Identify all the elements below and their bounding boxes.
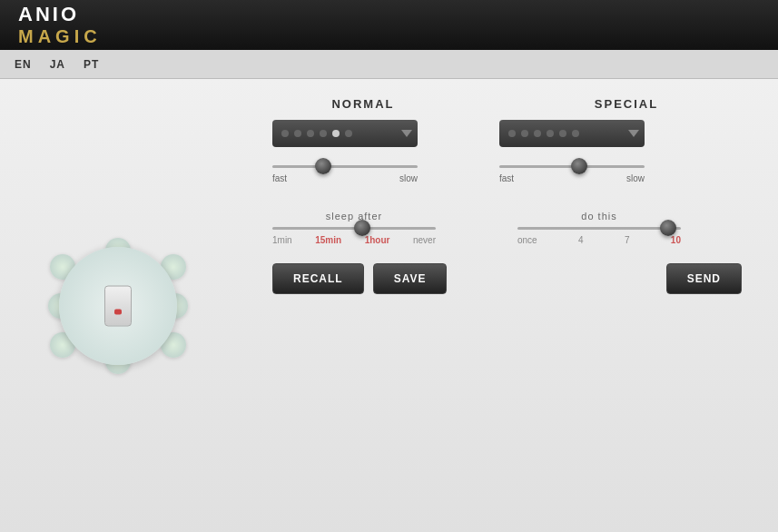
device-led bbox=[114, 309, 122, 314]
special-slider-thumb[interactable] bbox=[571, 158, 587, 174]
dot-1 bbox=[281, 130, 289, 137]
logo-line1: ANIO bbox=[18, 3, 79, 25]
s-dot-5 bbox=[559, 130, 566, 137]
special-slider-labels: fast slow bbox=[499, 173, 645, 183]
special-dropdown-dots bbox=[505, 130, 625, 137]
sleep-track bbox=[272, 227, 436, 230]
normal-section-title: NORMAL bbox=[272, 97, 454, 111]
header: ANIO MAGIC bbox=[0, 0, 778, 50]
s-dot-1 bbox=[508, 130, 516, 137]
lang-en-item[interactable]: EN bbox=[15, 58, 32, 71]
do-this-7: 7 bbox=[625, 235, 630, 245]
logo: ANIO MAGIC bbox=[18, 4, 102, 45]
normal-slow-label: slow bbox=[399, 173, 418, 183]
lang-ja-item[interactable]: JA bbox=[50, 58, 65, 71]
special-slider-track bbox=[499, 165, 645, 168]
buttons-left: RECALL SAVE bbox=[272, 263, 447, 294]
dot-5-active bbox=[332, 130, 340, 137]
controls-panel: NORMAL SPECIAL bbox=[236, 79, 778, 532]
special-slider-group: fast slow bbox=[499, 165, 645, 183]
sleep-1hour: 1hour bbox=[365, 235, 390, 245]
sleep-label: sleep after bbox=[326, 211, 382, 222]
device-image bbox=[59, 247, 177, 365]
recall-button[interactable]: RECALL bbox=[272, 263, 364, 294]
device-center bbox=[104, 285, 132, 326]
buttons-row: RECALL SAVE SEND bbox=[272, 263, 742, 294]
dot-4 bbox=[320, 130, 327, 137]
do-this-labels: once 4 7 10 bbox=[517, 235, 681, 245]
bottom-controls: sleep after 1min 15min 1hour never do th… bbox=[272, 211, 742, 245]
do-this-once: once bbox=[517, 235, 537, 245]
s-dot-6 bbox=[572, 130, 579, 137]
do-this-section: do this once 4 7 10 bbox=[517, 211, 681, 245]
sleep-1min: 1min bbox=[272, 235, 292, 245]
normal-slider-track bbox=[272, 165, 418, 168]
main-content: NORMAL SPECIAL bbox=[0, 79, 778, 532]
dot-2 bbox=[294, 130, 301, 137]
logo-line2: MAGIC bbox=[18, 26, 102, 46]
sleep-never: never bbox=[413, 235, 436, 245]
special-slow-label: slow bbox=[626, 173, 645, 183]
normal-slider-thumb[interactable] bbox=[315, 158, 331, 174]
send-button[interactable]: SEND bbox=[666, 263, 742, 294]
sleep-labels: 1min 15min 1hour never bbox=[272, 235, 436, 245]
device-panel bbox=[0, 79, 236, 532]
normal-slider-labels: fast slow bbox=[272, 173, 418, 183]
section-headers: NORMAL SPECIAL bbox=[272, 97, 742, 111]
normal-slider-group: fast slow bbox=[272, 165, 418, 183]
sliders-row: fast slow fast slow bbox=[272, 165, 742, 183]
s-dot-4 bbox=[547, 130, 554, 137]
sleep-15min: 15min bbox=[315, 235, 341, 245]
do-this-4: 4 bbox=[578, 235, 584, 245]
dot-3 bbox=[307, 130, 314, 137]
special-section-title: SPECIAL bbox=[536, 97, 717, 111]
dropdowns-row bbox=[272, 120, 742, 147]
s-dot-3 bbox=[534, 130, 541, 137]
do-this-10: 10 bbox=[671, 235, 681, 245]
nav-bar: EN JA PT bbox=[0, 50, 778, 79]
device-body bbox=[59, 247, 177, 365]
normal-dropdown[interactable] bbox=[272, 120, 418, 147]
do-this-track bbox=[517, 227, 681, 230]
sleep-thumb[interactable] bbox=[354, 220, 370, 236]
dot-6 bbox=[345, 130, 352, 137]
s-dot-2 bbox=[521, 130, 528, 137]
save-button[interactable]: SAVE bbox=[373, 263, 448, 294]
special-dropdown[interactable] bbox=[499, 120, 645, 147]
do-this-label: do this bbox=[581, 211, 616, 222]
normal-dropdown-dots bbox=[278, 130, 398, 137]
normal-dropdown-arrow bbox=[401, 130, 412, 137]
sleep-section: sleep after 1min 15min 1hour never bbox=[272, 211, 436, 245]
special-fast-label: fast bbox=[499, 173, 514, 183]
special-dropdown-arrow bbox=[628, 130, 639, 137]
do-this-thumb[interactable] bbox=[660, 220, 676, 236]
lang-pt-item[interactable]: PT bbox=[84, 58, 99, 71]
normal-fast-label: fast bbox=[272, 173, 287, 183]
